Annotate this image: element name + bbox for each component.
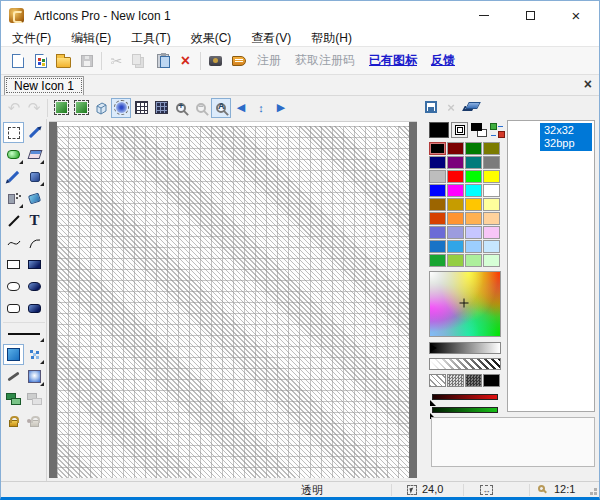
combine-tool[interactable] <box>3 388 24 409</box>
rectangle-tool[interactable] <box>3 254 24 275</box>
save-button[interactable] <box>75 50 98 72</box>
smooth-tool[interactable] <box>3 144 24 165</box>
palette-swatch[interactable] <box>483 156 500 169</box>
menu-tools[interactable]: 工具(T) <box>121 30 180 47</box>
resize-grip[interactable] <box>594 492 597 495</box>
palette-swatch[interactable] <box>429 184 446 197</box>
palette-swatch[interactable] <box>447 212 464 225</box>
palette-swatch[interactable] <box>483 184 500 197</box>
pixel-editing-grid[interactable] <box>57 126 409 478</box>
red-channel-slider[interactable] <box>432 394 498 400</box>
gradient-tool[interactable] <box>24 366 45 387</box>
undo-button[interactable]: ↶ <box>4 98 24 118</box>
maximize-button[interactable] <box>507 1 553 30</box>
spray-tool[interactable] <box>3 188 24 209</box>
pattern-black-swatch[interactable] <box>483 374 500 387</box>
palette-swatch[interactable] <box>465 226 482 239</box>
grayscale-slider[interactable] <box>429 342 501 354</box>
palette-swatch[interactable] <box>483 254 500 267</box>
menu-file[interactable]: 文件(F) <box>2 30 61 47</box>
ellipse-tool[interactable] <box>3 276 24 297</box>
palette-swatch[interactable] <box>465 198 482 211</box>
minimize-button[interactable] <box>461 1 507 30</box>
menu-effects[interactable]: 效果(C) <box>181 30 242 47</box>
capture-button[interactable] <box>204 50 227 72</box>
arc-tool[interactable] <box>24 232 45 253</box>
pattern-dark-dither-swatch[interactable] <box>465 374 482 387</box>
delete-format-button[interactable]: × <box>441 97 461 117</box>
fill-tool[interactable] <box>24 188 45 209</box>
palette-swatch[interactable] <box>465 170 482 183</box>
hatch-gradient-slider[interactable] <box>429 358 501 370</box>
palette-swatch[interactable] <box>447 240 464 253</box>
show-blur-button[interactable] <box>111 98 131 118</box>
palette-swatch[interactable] <box>447 170 464 183</box>
delete-button[interactable]: × <box>174 50 197 72</box>
palette-swatch[interactable] <box>447 254 464 267</box>
palette-swatch[interactable] <box>483 198 500 211</box>
palette-swatch[interactable] <box>429 142 446 155</box>
transparency-cube-button[interactable] <box>91 98 111 118</box>
palette-swatch[interactable] <box>429 170 446 183</box>
current-color-swatch[interactable] <box>429 122 449 138</box>
new-from-image-button[interactable] <box>29 50 52 72</box>
curve-tool[interactable] <box>3 232 24 253</box>
palette-swatch[interactable] <box>447 142 464 155</box>
zoom-in-button[interactable]: + <box>171 98 191 118</box>
close-button[interactable]: × <box>553 1 599 30</box>
feedback-link[interactable]: 反馈 <box>431 52 455 69</box>
palette-swatch[interactable] <box>483 226 500 239</box>
shift-right-button[interactable]: ▶ <box>271 98 291 118</box>
palette-swatch[interactable] <box>447 156 464 169</box>
help-book-button[interactable] <box>227 50 250 72</box>
transparent-color-button[interactable] <box>451 122 469 138</box>
select-tool[interactable] <box>3 122 24 143</box>
color-box-tool[interactable] <box>3 344 24 365</box>
palette-swatch[interactable] <box>447 198 464 211</box>
menu-edit[interactable]: 编辑(E) <box>61 30 121 47</box>
line-tool[interactable] <box>3 210 24 231</box>
tab-close-button[interactable]: × <box>584 76 592 92</box>
paste-button[interactable] <box>151 50 174 72</box>
test-frame-2-button[interactable] <box>71 98 91 118</box>
filled-rectangle-tool[interactable] <box>24 254 45 275</box>
palette-swatch[interactable] <box>483 170 500 183</box>
new-icon-button[interactable] <box>6 50 29 72</box>
palette-swatch[interactable] <box>465 142 482 155</box>
pencil-tool[interactable] <box>3 166 24 187</box>
menu-help[interactable]: 帮助(H) <box>301 30 362 47</box>
color-picker-tool[interactable] <box>24 122 45 143</box>
palette-swatch[interactable] <box>465 240 482 253</box>
palette-swatch[interactable] <box>429 240 446 253</box>
line-width-selector[interactable] <box>3 322 45 343</box>
swap-colors-button[interactable] <box>490 123 505 138</box>
combine-disabled-tool[interactable] <box>24 388 45 409</box>
palette-swatch[interactable] <box>429 212 446 225</box>
palette-swatch[interactable] <box>447 226 464 239</box>
show-dark-grid-button[interactable] <box>151 98 171 118</box>
lock-tool[interactable] <box>3 410 24 431</box>
filled-rounded-rect-tool[interactable] <box>24 298 45 319</box>
shift-vertical-button[interactable]: ↕ <box>251 98 271 118</box>
redo-button[interactable]: ↷ <box>24 98 44 118</box>
rainbow-color-picker[interactable] <box>429 271 501 337</box>
shift-left-button[interactable]: ◀ <box>231 98 251 118</box>
palette-swatch[interactable] <box>465 156 482 169</box>
palette-swatch[interactable] <box>465 254 482 267</box>
palette-swatch[interactable] <box>483 240 500 253</box>
formats-list-button[interactable] <box>461 97 481 117</box>
rounded-rect-tool[interactable] <box>3 298 24 319</box>
smooth-line-tool[interactable] <box>3 366 24 387</box>
brush-tool[interactable] <box>24 166 45 187</box>
save-format-button[interactable] <box>421 97 441 117</box>
palette-swatch[interactable] <box>465 184 482 197</box>
palette-swatch[interactable] <box>429 156 446 169</box>
foreground-background-colors[interactable] <box>471 123 487 137</box>
pattern-light-dither-swatch[interactable] <box>447 374 464 387</box>
green-channel-slider[interactable] <box>432 407 498 413</box>
format-list-item-selected[interactable]: 32x32 32bpp <box>510 123 592 151</box>
palette-swatch[interactable] <box>483 142 500 155</box>
palette-swatch[interactable] <box>465 212 482 225</box>
test-frame-button[interactable] <box>51 98 71 118</box>
cut-button[interactable]: ✂ <box>105 50 128 72</box>
